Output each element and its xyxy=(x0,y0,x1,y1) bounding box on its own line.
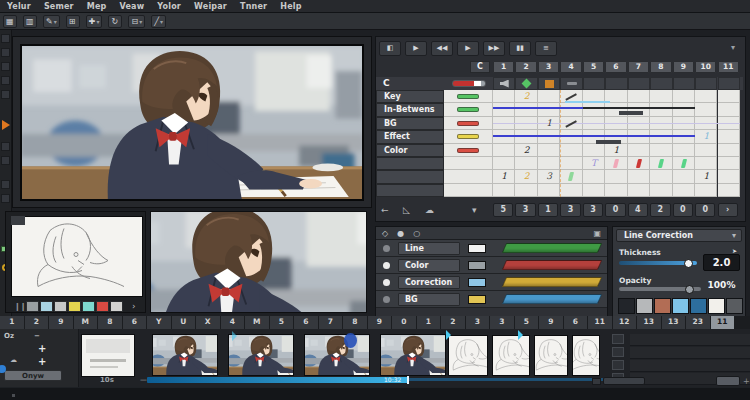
xsheet-cell[interactable] xyxy=(538,157,560,170)
ruler-cell[interactable]: 6 xyxy=(564,316,589,329)
xsheet-cell[interactable] xyxy=(628,144,650,157)
color-preview-panel[interactable] xyxy=(150,211,367,313)
frame-count-button[interactable]: 0 xyxy=(695,203,715,217)
circle-filter-icon[interactable]: ○ xyxy=(413,229,420,238)
ruler-cell[interactable]: 5 xyxy=(515,316,540,329)
track-button[interactable] xyxy=(612,334,624,344)
frame-thumbnail[interactable] xyxy=(304,334,370,376)
grow-button[interactable]: Onyw xyxy=(4,370,62,381)
xsheet-cell[interactable] xyxy=(695,90,717,103)
chevron-down-icon[interactable]: ▾ xyxy=(472,205,477,215)
rail-button[interactable] xyxy=(1,156,10,165)
rail-button[interactable] xyxy=(1,180,10,189)
menu-item-weipar[interactable]: Weipar xyxy=(194,2,227,11)
xsheet-cell[interactable] xyxy=(718,130,740,143)
current-row-cell[interactable] xyxy=(583,77,605,90)
frame-count-button[interactable]: 0 xyxy=(673,203,693,217)
xsheet-cell[interactable] xyxy=(673,144,695,157)
xsheet-cell[interactable] xyxy=(538,144,560,157)
curve-icon[interactable]: ◺ xyxy=(403,205,410,215)
ruler-cell[interactable]: 23 xyxy=(686,316,711,329)
frame-count-button[interactable]: 3 xyxy=(515,203,535,217)
menu-item-semer[interactable]: Semer xyxy=(44,2,74,11)
mini-dropdown-icon[interactable] xyxy=(592,378,601,385)
xsheet-cell[interactable] xyxy=(560,130,582,143)
menu-item-yolor[interactable]: Yolor xyxy=(157,2,181,11)
empty-track[interactable] xyxy=(630,347,750,359)
sketch-thumbnail[interactable] xyxy=(534,335,568,376)
layer-row-bg[interactable]: BG xyxy=(376,291,607,308)
frame-count-button[interactable]: 0 xyxy=(605,203,625,217)
palette-swatch[interactable] xyxy=(82,301,95,312)
column-header-7[interactable]: 7 xyxy=(628,61,649,73)
xsheet-cell[interactable] xyxy=(673,170,695,183)
ruler-cell[interactable]: 1 xyxy=(0,316,25,329)
add-button[interactable]: + xyxy=(38,343,46,354)
ruler-cell[interactable]: 7 xyxy=(319,316,344,329)
back-arrow-icon[interactable]: ← xyxy=(381,205,389,215)
layer-visibility-dot[interactable] xyxy=(383,296,390,303)
track-button[interactable] xyxy=(612,360,624,370)
empty-track[interactable] xyxy=(630,360,750,372)
xsheet-cell[interactable] xyxy=(673,103,695,116)
xsheet-cell[interactable] xyxy=(493,157,515,170)
rail-button[interactable] xyxy=(1,194,10,203)
color-swatch[interactable] xyxy=(636,298,653,314)
frame-count-button[interactable]: 3 xyxy=(583,203,603,217)
xsheet-cell[interactable] xyxy=(583,170,605,183)
scrub-bar[interactable] xyxy=(147,377,409,383)
next-page-button[interactable]: › xyxy=(718,203,738,217)
ruler-cell[interactable]: 11 xyxy=(588,316,613,329)
ruler-cell[interactable]: 8 xyxy=(98,316,123,329)
palette-grip-icon[interactable]: ❙❙ xyxy=(14,302,25,311)
layer-row-line[interactable]: Line xyxy=(376,240,607,257)
color-swatch[interactable] xyxy=(618,298,635,314)
xsheet-cell[interactable] xyxy=(538,184,560,197)
cloud-add-button[interactable]: + xyxy=(38,356,46,367)
scrub-handle[interactable] xyxy=(407,376,409,384)
line-tool-icon[interactable]: ╱▾ xyxy=(151,15,166,28)
xsheet-cell[interactable] xyxy=(650,90,672,103)
palette-swatch[interactable] xyxy=(40,301,53,312)
current-row-cell[interactable] xyxy=(673,77,695,90)
current-row-cell[interactable] xyxy=(650,77,672,90)
xsheet-cell[interactable] xyxy=(695,103,717,116)
xsheet-chevron-icon[interactable]: ▾ xyxy=(731,43,735,52)
sketch-canvas[interactable] xyxy=(11,216,143,297)
menu-item-yelur[interactable]: Yelur xyxy=(7,2,31,11)
ruler-cell[interactable]: 5 xyxy=(270,316,295,329)
dot-filter-icon[interactable]: ● xyxy=(397,229,404,238)
thickness-value[interactable]: 2.0 xyxy=(703,254,740,271)
xsheet-cell[interactable] xyxy=(515,130,537,143)
row-label-key[interactable]: Key xyxy=(376,90,444,103)
frame-thumbnail[interactable] xyxy=(380,334,446,376)
xsheet-cell[interactable] xyxy=(628,90,650,103)
frame-count-button[interactable]: 4 xyxy=(628,203,648,217)
layer-duration-bar[interactable] xyxy=(502,277,602,287)
mini-scroll-bar[interactable] xyxy=(603,377,645,385)
layer-duration-bar[interactable] xyxy=(502,260,602,270)
xsheet-cell[interactable] xyxy=(583,103,605,116)
ruler-cell[interactable]: 1 xyxy=(417,316,442,329)
xsheet-cell[interactable] xyxy=(538,130,560,143)
frame-count-button[interactable]: 2 xyxy=(650,203,670,217)
xsheet-cell[interactable] xyxy=(493,184,515,197)
palette-swatch[interactable] xyxy=(26,301,39,312)
paper-thumbnail[interactable] xyxy=(81,334,135,377)
row-label-bg[interactable]: BG xyxy=(376,117,444,130)
color-swatch[interactable] xyxy=(654,298,671,314)
pencil-tool-icon[interactable]: ✎▾ xyxy=(43,15,60,28)
column-header-3[interactable]: 3 xyxy=(538,61,559,73)
layer-duration-bar[interactable] xyxy=(502,294,602,304)
ruler-cell[interactable]: 6 xyxy=(123,316,148,329)
layer-row-color[interactable]: Color xyxy=(376,257,607,274)
xsheet-cell[interactable] xyxy=(493,90,515,103)
color-swatch[interactable] xyxy=(708,298,725,314)
current-row-cell[interactable] xyxy=(493,77,515,90)
ruler-cell[interactable]: 6 xyxy=(294,316,319,329)
opacity-slider-thumb[interactable] xyxy=(685,285,694,294)
menu-item-veaw[interactable]: Veaw xyxy=(120,2,145,11)
layer-visibility-dot[interactable] xyxy=(383,245,390,252)
ruler-cell[interactable]: 2 xyxy=(441,316,466,329)
xsheet-cell[interactable] xyxy=(560,144,582,157)
